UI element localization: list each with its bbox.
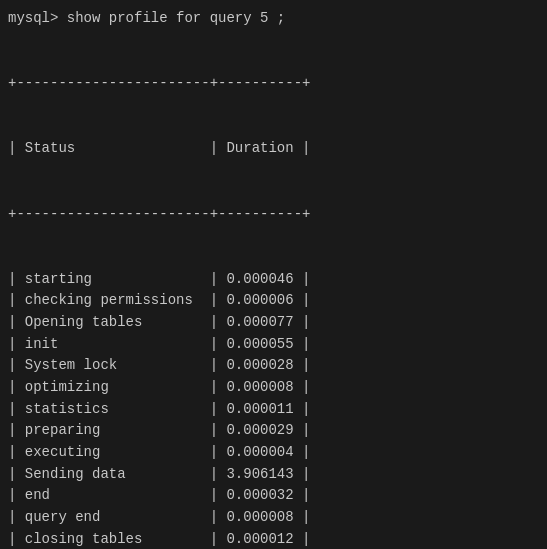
table-row: | closing tables | 0.000012 | bbox=[8, 529, 539, 549]
table-row: | query end | 0.000008 | bbox=[8, 507, 539, 529]
separator-top: +-----------------------+----------+ bbox=[8, 73, 539, 95]
separator-mid: +-----------------------+----------+ bbox=[8, 204, 539, 226]
table-row: | Opening tables | 0.000077 | bbox=[8, 312, 539, 334]
table-row: | Sending data | 3.906143 | bbox=[8, 464, 539, 486]
table-row: | checking permissions | 0.000006 | bbox=[8, 290, 539, 312]
table-row: | starting | 0.000046 | bbox=[8, 269, 539, 291]
terminal-window: mysql> show profile for query 5 ; +-----… bbox=[8, 10, 539, 549]
command-line: mysql> show profile for query 5 ; bbox=[8, 10, 539, 26]
table-row: | statistics | 0.000011 | bbox=[8, 399, 539, 421]
table-row: | end | 0.000032 | bbox=[8, 485, 539, 507]
table-row: | System lock | 0.000028 | bbox=[8, 355, 539, 377]
table-header: | Status | Duration | bbox=[8, 138, 539, 160]
table-row: | executing | 0.000004 | bbox=[8, 442, 539, 464]
table-row: | preparing | 0.000029 | bbox=[8, 420, 539, 442]
table-container: +-----------------------+----------+ | S… bbox=[8, 30, 539, 549]
table-rows: | starting | 0.000046 || checking permis… bbox=[8, 269, 539, 549]
table-row: | optimizing | 0.000008 | bbox=[8, 377, 539, 399]
table-row: | init | 0.000055 | bbox=[8, 334, 539, 356]
